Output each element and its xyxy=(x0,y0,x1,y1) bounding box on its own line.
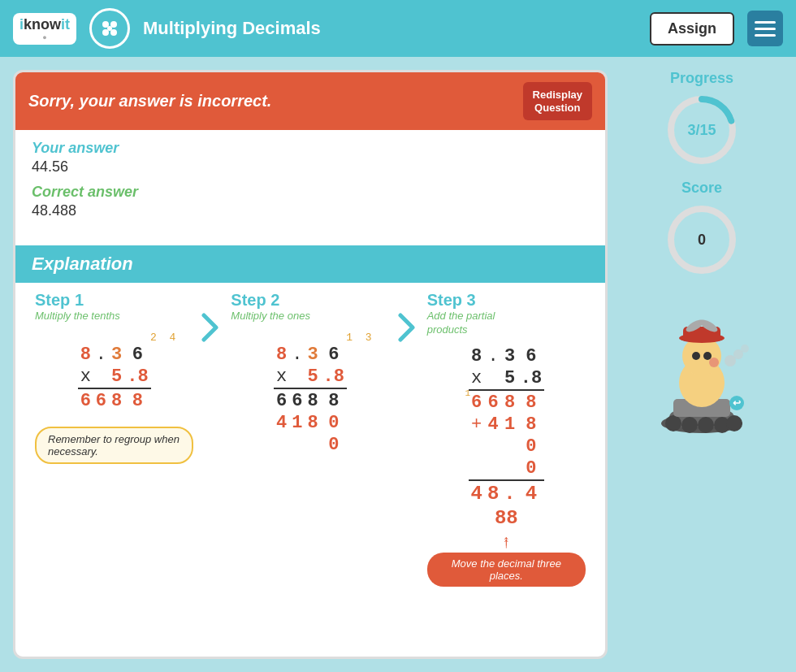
svg-point-1 xyxy=(110,21,117,28)
score-title: Score xyxy=(665,180,738,197)
step-2-math: 1 3 8 . 3 6 x 5 .8 xyxy=(231,332,389,456)
assign-button[interactable]: Assign xyxy=(650,12,734,46)
main-content: Sorry, your answer is incorrect. Redispl… xyxy=(0,57,796,672)
step-1-title: Step 1 xyxy=(35,291,193,310)
redisplay-button[interactable]: RedisplayQuestion xyxy=(523,82,592,120)
svg-point-23 xyxy=(692,352,700,360)
menu-line xyxy=(755,34,776,37)
arrow-2 xyxy=(396,291,421,348)
svg-text:↩: ↩ xyxy=(733,397,741,409)
score-section: Score 0 xyxy=(665,180,738,276)
answers-section: Your answer 44.56 Correct answer 48.488 xyxy=(15,130,605,237)
steps-container: Step 1 Multiply the tenths 2 4 8 . 3 6 x xyxy=(15,283,605,595)
menu-button[interactable] xyxy=(747,11,783,46)
progress-section: Progress 3/15 xyxy=(665,70,738,167)
your-answer-value: 44.56 xyxy=(32,158,589,176)
step-3: Step 3 Add the partialproducts 8 . 3 6 x xyxy=(421,291,592,587)
step-1: Step 1 Multiply the tenths 2 4 8 . 3 6 x xyxy=(28,291,200,470)
svg-point-11 xyxy=(681,417,698,433)
progress-value: 3/15 xyxy=(687,122,716,139)
lesson-icon xyxy=(89,8,130,49)
step-1-math: 2 4 8 . 3 6 x 5 .8 xyxy=(35,332,193,412)
decimal-note: Move the decimal three places. xyxy=(427,553,586,587)
svg-point-28 xyxy=(741,345,749,353)
logo: iknowit ● xyxy=(13,13,76,45)
step-3-math: 8 . 3 6 x 5 .8 xyxy=(427,345,586,529)
left-panel: Sorry, your answer is incorrect. Redispl… xyxy=(13,70,608,659)
score-circle: 0 xyxy=(665,203,738,276)
svg-point-4 xyxy=(107,26,112,31)
svg-point-14 xyxy=(726,415,742,431)
step-2-title: Step 2 xyxy=(231,291,389,310)
right-panel: Progress 3/15 Score 0 xyxy=(621,70,783,659)
character-image: ↩ xyxy=(649,297,755,439)
svg-point-25 xyxy=(709,358,719,367)
step-1-table: 8 . 3 6 x 5 .8 xyxy=(78,344,151,412)
decimal-note-wrapper: ↑ Move the decimal three places. xyxy=(427,532,586,587)
step-3-title: Step 3 xyxy=(427,291,586,310)
arrow-1 xyxy=(200,291,224,348)
character-svg: ↩ xyxy=(649,297,755,436)
svg-point-3 xyxy=(110,29,117,36)
step-1-note: Remember to regroup when necessary. xyxy=(35,420,193,470)
incorrect-banner: Sorry, your answer is incorrect. Redispl… xyxy=(15,72,605,130)
svg-point-12 xyxy=(698,417,714,433)
progress-title: Progress xyxy=(665,70,738,87)
your-answer-label: Your answer xyxy=(32,140,589,157)
step-1-subtitle: Multiply the tenths xyxy=(35,310,193,323)
step-2-subtitle: Multiply the ones xyxy=(231,310,389,323)
step-2: Step 2 Multiply the ones 1 3 8 . 3 6 x xyxy=(224,291,396,456)
step-2-table: 8 . 3 6 x 5 .8 xyxy=(274,344,347,456)
menu-line xyxy=(755,28,776,30)
lesson-title: Multiplying Decimals xyxy=(143,18,637,39)
progress-circle: 3/15 xyxy=(665,93,738,167)
incorrect-message: Sorry, your answer is incorrect. xyxy=(28,92,271,111)
correct-answer-label: Correct answer xyxy=(32,184,589,201)
svg-point-2 xyxy=(102,29,109,36)
step-3-table: 8 . 3 6 x 5 .8 xyxy=(469,345,545,505)
svg-point-0 xyxy=(102,21,109,28)
menu-line xyxy=(755,21,776,24)
correct-answer-value: 48.488 xyxy=(32,202,589,219)
header: iknowit ● Multiplying Decimals Assign xyxy=(0,0,796,57)
explanation-header: Explanation xyxy=(15,245,605,283)
regroup-note: Remember to regroup when necessary. xyxy=(35,427,193,464)
score-value: 0 xyxy=(698,232,706,249)
svg-point-24 xyxy=(703,352,712,360)
svg-point-10 xyxy=(665,415,681,431)
step-3-subtitle: Add the partialproducts xyxy=(427,310,586,337)
